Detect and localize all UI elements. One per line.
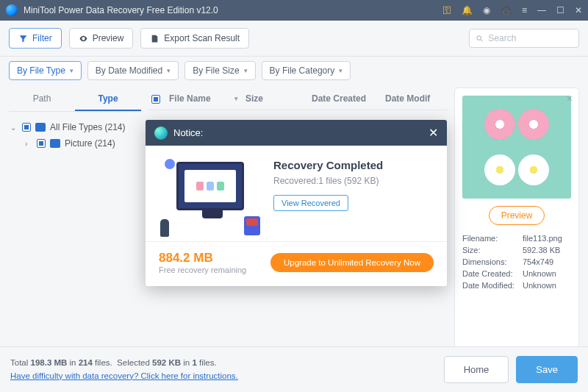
svg-point-0 <box>477 35 481 40</box>
col-size[interactable]: Size <box>245 93 312 104</box>
col-created[interactable]: Date Created <box>312 93 385 104</box>
remaining-amount: 884.2 MB <box>159 251 246 266</box>
preview-thumbnail <box>462 96 571 199</box>
search-icon <box>476 34 484 43</box>
select-all-checkbox[interactable] <box>151 95 160 104</box>
menu-icon[interactable]: ≡ <box>522 5 527 15</box>
preview-open-button[interactable]: Preview <box>489 206 545 225</box>
tree-panel: Path Type ⌄ All File Types (214) › Pictu… <box>9 88 141 352</box>
export-icon <box>150 34 159 43</box>
preview-panel: × Preview Filename:file113.png Size:592.… <box>454 88 579 352</box>
app-icon <box>6 4 18 16</box>
chevron-down-icon: ▾ <box>70 67 74 74</box>
flower-image <box>484 154 515 185</box>
chevron-down-icon: ▾ <box>167 67 171 74</box>
by-file-type-pill[interactable]: By File Type▾ <box>9 61 82 80</box>
by-size-pill[interactable]: By File Size▾ <box>184 61 255 80</box>
preview-label: Preview <box>93 33 124 43</box>
by-category-pill[interactable]: By File Category▾ <box>262 61 351 80</box>
tree-child-node[interactable]: › Picture (214) <box>9 135 141 152</box>
view-recovered-button[interactable]: View Recovered <box>273 195 348 211</box>
checkbox[interactable] <box>22 123 31 132</box>
close-icon[interactable]: ✕ <box>575 5 582 15</box>
funnel-icon <box>18 34 28 43</box>
filter-label: Filter <box>32 33 52 43</box>
filter-button[interactable]: Filter <box>9 28 62 49</box>
window-title: MiniTool Power Data Recovery Free Editio… <box>24 5 442 15</box>
collapse-icon[interactable]: ⌄ <box>10 124 18 132</box>
dialog-header: Notice: ✕ <box>146 120 447 146</box>
home-button[interactable]: Home <box>444 356 509 383</box>
chevron-down-icon: ▾ <box>339 67 343 74</box>
footer: Total 198.3 MB in 214 files. Selected 59… <box>0 346 588 392</box>
dialog-subtext: Recovered:1 files (592 KB) <box>273 176 383 186</box>
toolbar: Filter Preview Export Scan Result <box>0 21 588 57</box>
file-metadata: Filename:file113.png Size:592.38 KB Dime… <box>462 234 571 290</box>
tree-root-node[interactable]: ⌄ All File Types (214) <box>9 119 141 135</box>
flower-image <box>518 109 549 140</box>
chevron-down-icon: ▾ <box>244 67 248 74</box>
dialog-title: Notice: <box>173 127 429 138</box>
titlebar: MiniTool Power Data Recovery Free Editio… <box>0 0 588 21</box>
filter-row: By File Type▾ By Date Modified▾ By File … <box>0 57 588 88</box>
minimize-icon[interactable]: — <box>537 5 546 15</box>
col-name[interactable]: File Name <box>169 93 211 104</box>
expand-icon[interactable]: › <box>25 140 32 148</box>
search-box[interactable] <box>469 29 579 48</box>
export-label: Export Scan Result <box>164 33 240 43</box>
key-icon[interactable]: ⚿ <box>442 5 451 15</box>
picture-icon <box>50 139 60 148</box>
status-text: Total 198.3 MB in 214 files. Selected 59… <box>10 357 238 382</box>
tree-child-label: Picture (214) <box>65 138 115 149</box>
col-modified[interactable]: Date Modif <box>385 93 444 104</box>
sort-icon[interactable]: ▾ <box>234 95 238 102</box>
upgrade-button[interactable]: Upgrade to Unlimited Recovery Now <box>270 253 434 272</box>
notice-dialog: Notice: ✕ Recovery Completed Recovered:1… <box>146 120 447 286</box>
tab-type[interactable]: Type <box>75 88 141 111</box>
bell-icon[interactable]: 🔔 <box>462 5 473 15</box>
maximize-icon[interactable]: ☐ <box>556 5 564 15</box>
dialog-close-icon[interactable]: ✕ <box>429 126 438 140</box>
file-list-header: File Name ▾ Size Date Created Date Modif <box>147 88 448 110</box>
preview-button[interactable]: Preview <box>69 28 134 49</box>
flower-image <box>484 109 515 140</box>
help-link[interactable]: Have difficulty with data recovery? Clic… <box>10 371 238 380</box>
eye-icon <box>79 34 88 43</box>
tree-root-label: All File Types (214) <box>50 122 126 132</box>
close-preview-icon[interactable]: × <box>567 93 573 104</box>
search-input[interactable] <box>488 33 573 43</box>
tab-path[interactable]: Path <box>9 88 75 111</box>
folder-icon <box>35 123 46 132</box>
dialog-app-icon <box>154 126 168 140</box>
by-date-pill[interactable]: By Date Modified▾ <box>87 61 179 80</box>
headset-icon[interactable]: 🎧 <box>501 5 512 15</box>
dialog-illustration <box>159 159 262 232</box>
export-button[interactable]: Export Scan Result <box>140 28 249 49</box>
dialog-heading: Recovery Completed <box>273 159 383 171</box>
checkbox[interactable] <box>37 139 46 148</box>
save-button[interactable]: Save <box>516 356 578 383</box>
remaining-label: Free recovery remaining <box>159 266 246 274</box>
disc-icon[interactable]: ◉ <box>483 5 490 15</box>
flower-image <box>518 154 549 185</box>
